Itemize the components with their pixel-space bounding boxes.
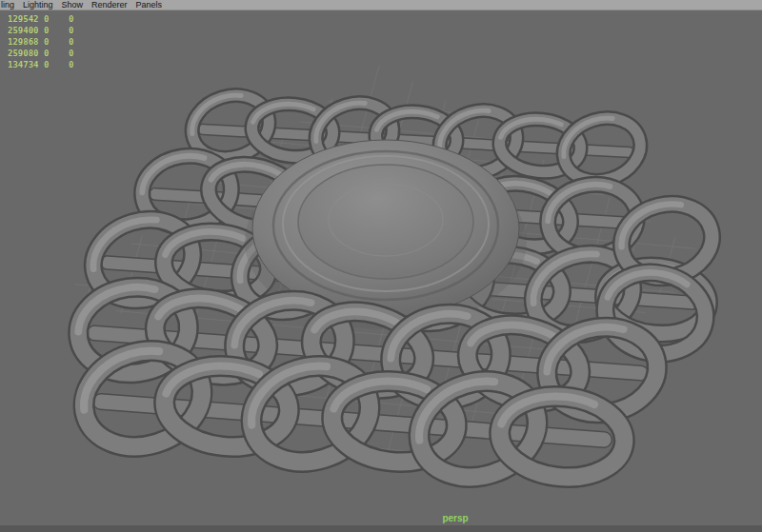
hud-row: 12986800 [8, 36, 93, 48]
hud-row: 25940000 [8, 25, 93, 36]
hud-value: 129868 [8, 36, 44, 48]
menu-item-ling[interactable]: ling [1, 0, 14, 10]
hud-row: 13473400 [8, 59, 93, 70]
menu-item-lighting[interactable]: Lighting [23, 0, 53, 10]
hud-value: 0 [44, 59, 69, 70]
hud-value: 0 [44, 13, 69, 25]
scene-canvas[interactable] [0, 10, 762, 532]
hud-value: 129542 [8, 13, 44, 25]
hud-value: 0 [69, 48, 93, 59]
hud-value: 0 [44, 48, 69, 59]
hud-value: 134734 [8, 59, 44, 70]
hud-value: 259080 [8, 48, 44, 59]
hud-row: 12954200 [8, 13, 93, 25]
camera-label: persp [442, 513, 468, 523]
viewport-3d[interactable]: 1295420025940000129868002590800013473400… [0, 10, 762, 532]
panel-menubar: lingLightingShowRendererPanels [0, 0, 762, 10]
hud-value: 0 [69, 59, 93, 70]
hud-value: 0 [44, 36, 69, 48]
hud-value: 0 [69, 36, 93, 48]
menu-item-show[interactable]: Show [62, 0, 84, 10]
bottom-strip [0, 525, 762, 532]
menu-item-renderer[interactable]: Renderer [91, 0, 128, 10]
hud-value: 0 [69, 13, 93, 25]
polycount-hud: 1295420025940000129868002590800013473400 [8, 13, 93, 70]
hud-value: 0 [44, 25, 69, 36]
menu-item-panels[interactable]: Panels [136, 0, 163, 10]
hud-value: 259400 [8, 25, 44, 36]
hud-value: 0 [69, 25, 93, 36]
hud-row: 25908000 [8, 48, 93, 59]
